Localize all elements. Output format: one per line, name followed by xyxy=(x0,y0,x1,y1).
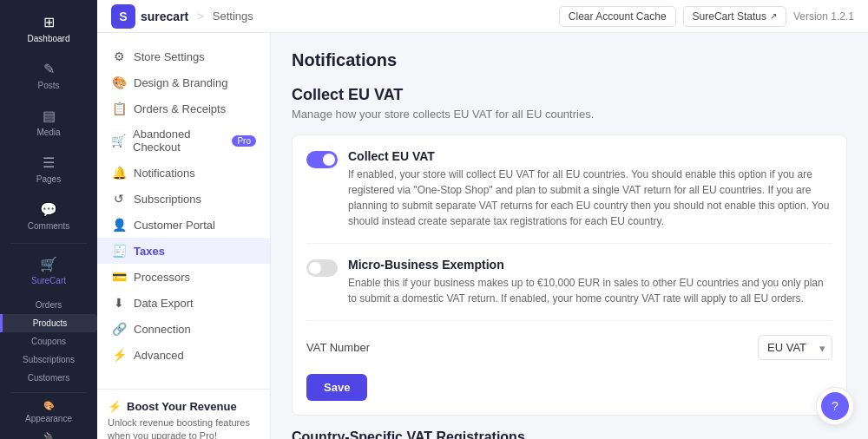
external-link-icon: ↗ xyxy=(770,11,777,21)
data-export-icon: ⬇ xyxy=(111,296,127,310)
micro-business-title: Micro-Business Exemption xyxy=(348,258,832,272)
collect-eu-vat-toggle[interactable] xyxy=(306,151,338,168)
vat-select[interactable]: EU VAT xyxy=(758,335,832,360)
topbar-actions: Clear Account Cache SureCart Status ↗ Ve… xyxy=(559,6,854,27)
surecart-status-button[interactable]: SureCart Status ↗ xyxy=(683,6,786,27)
sidebar-item-dashboard[interactable]: ⊞ Dashboard xyxy=(0,5,97,52)
inner-sidebar-item-store-settings[interactable]: ⚙ Store Settings xyxy=(97,43,270,69)
design-icon: 🎨 xyxy=(111,75,127,89)
plugins-icon: 🔌 xyxy=(43,432,54,439)
processors-icon: 💳 xyxy=(111,270,127,284)
dashboard-icon: ⊞ xyxy=(43,14,55,30)
taxes-icon: 🧾 xyxy=(111,244,127,258)
orders-icon: 📋 xyxy=(111,102,127,115)
collect-eu-vat-title: Collect EU VAT xyxy=(348,149,832,163)
topbar-logo: S surecart > Settings xyxy=(111,4,253,29)
collect-eu-vat-card: Collect EU VAT If enabled, your store wi… xyxy=(292,134,847,416)
posts-icon: ✎ xyxy=(43,61,55,77)
boost-panel: ⚡ Boost Your Revenue Unlock revenue boos… xyxy=(97,389,270,439)
sidebar-divider xyxy=(10,243,87,244)
notifications-icon: 🔔 xyxy=(111,166,127,180)
vat-number-row: VAT Number EU VAT xyxy=(293,321,846,374)
collect-eu-vat-desc: If enabled, your store will collect EU V… xyxy=(348,167,832,229)
sidebar-item-customers[interactable]: Customers xyxy=(0,369,97,387)
breadcrumb-sep: > xyxy=(197,10,204,23)
breadcrumb-section: Settings xyxy=(213,10,253,23)
store-settings-icon: ⚙ xyxy=(111,49,127,63)
page-subtitle: Manage how your store collects EU VAT fo… xyxy=(292,108,847,121)
sidebar-item-orders[interactable]: Orders xyxy=(0,296,97,314)
main-content: Notifications Collect EU VAT Manage how … xyxy=(271,33,868,439)
sidebar-item-subscriptions[interactable]: Subscriptions xyxy=(0,351,97,369)
sidebar-item-appearance[interactable]: 🎨 Appearance xyxy=(0,396,97,428)
brand-name: surecart xyxy=(141,10,188,23)
vat-select-wrap: EU VAT xyxy=(758,335,832,360)
topbar: S surecart > Settings Clear Account Cach… xyxy=(97,0,868,33)
inner-sidebar-item-notifications[interactable]: 🔔 Notifications xyxy=(97,160,270,186)
collect-eu-vat-content: Collect EU VAT If enabled, your store wi… xyxy=(348,149,832,229)
sidebar-divider-2 xyxy=(10,392,87,393)
sidebar-item-pages[interactable]: ☰ Pages xyxy=(0,146,97,193)
sidebar-item-comments[interactable]: 💬 Comments xyxy=(0,193,97,239)
inner-sidebar-item-data-export[interactable]: ⬇ Data Export xyxy=(97,290,270,316)
micro-business-row: Micro-Business Exemption Enable this if … xyxy=(293,244,846,320)
inner-sidebar-item-design-branding[interactable]: 🎨 Design & Branding xyxy=(97,69,270,95)
notifications-title: Notifications xyxy=(292,50,847,70)
sidebar-item-surecart[interactable]: 🛒 SureCart xyxy=(0,247,97,294)
inner-sidebar-item-connection[interactable]: 🔗 Connection xyxy=(97,316,270,342)
sidebar-item-posts[interactable]: ✎ Posts xyxy=(0,52,97,99)
save-button[interactable]: Save xyxy=(306,374,367,401)
connection-icon: 🔗 xyxy=(111,322,127,336)
subscriptions-icon: ↺ xyxy=(111,192,127,206)
help-button[interactable]: ? xyxy=(816,387,854,425)
boost-title: ⚡ Boost Your Revenue xyxy=(108,400,260,413)
inner-sidebar-item-abandoned-checkout[interactable]: 🛒 Abandoned Checkout Pro xyxy=(97,121,270,160)
appearance-icon: 🎨 xyxy=(43,401,54,410)
micro-business-content: Micro-Business Exemption Enable this if … xyxy=(348,258,832,306)
surecart-icon: 🛒 xyxy=(40,256,57,272)
pro-badge: Pro xyxy=(232,135,256,147)
boost-desc: Unlock revenue boosting features when yo… xyxy=(108,416,260,439)
logo-icon: S xyxy=(111,4,135,29)
notifications-header: Notifications xyxy=(292,50,847,86)
abandoned-icon: 🛒 xyxy=(111,134,126,147)
sidebar-item-coupons[interactable]: Coupons xyxy=(0,332,97,351)
registrations-section-title: Country-Specific VAT Registrations xyxy=(292,429,847,439)
sidebar-item-products[interactable]: Products xyxy=(0,314,97,332)
inner-sidebar-item-advanced[interactable]: ⚡ Advanced xyxy=(97,342,270,368)
inner-sidebar-item-processors[interactable]: 💳 Processors xyxy=(97,264,270,290)
inner-sidebar-item-taxes[interactable]: 🧾 Taxes xyxy=(97,238,270,264)
inner-sidebar-item-subscriptions[interactable]: ↺ Subscriptions xyxy=(97,186,270,212)
inner-sidebar-item-customer-portal[interactable]: 👤 Customer Portal xyxy=(97,212,270,238)
media-icon: ▤ xyxy=(43,108,56,124)
comments-icon: 💬 xyxy=(40,201,57,218)
customer-portal-icon: 👤 xyxy=(111,218,127,232)
clear-cache-button[interactable]: Clear Account Cache xyxy=(559,6,676,27)
inner-sidebar: ⚙ Store Settings 🎨 Design & Branding 📋 O… xyxy=(97,33,271,439)
version-label: Version 1.2.1 xyxy=(793,10,854,23)
help-icon: ? xyxy=(821,392,849,420)
micro-business-desc: Enable this if your business makes up to… xyxy=(348,275,832,306)
outer-sidebar: ⊞ Dashboard ✎ Posts ▤ Media ☰ Pages 💬 Co… xyxy=(0,0,97,439)
inner-sidebar-section: ⚙ Store Settings 🎨 Design & Branding 📋 O… xyxy=(97,40,270,371)
pages-icon: ☰ xyxy=(43,154,55,171)
page-title: Collect EU VAT xyxy=(292,86,847,104)
sidebar-item-media[interactable]: ▤ Media xyxy=(0,99,97,146)
collect-eu-vat-row: Collect EU VAT If enabled, your store wi… xyxy=(293,135,846,243)
vat-number-label: VAT Number xyxy=(306,341,370,354)
micro-business-toggle[interactable] xyxy=(306,259,338,277)
advanced-icon: ⚡ xyxy=(111,348,127,362)
sidebar-item-plugins[interactable]: 🔌 Plugins xyxy=(0,428,97,439)
boost-icon: ⚡ xyxy=(108,400,122,413)
inner-sidebar-item-orders-receipts[interactable]: 📋 Orders & Receipts xyxy=(97,95,270,121)
